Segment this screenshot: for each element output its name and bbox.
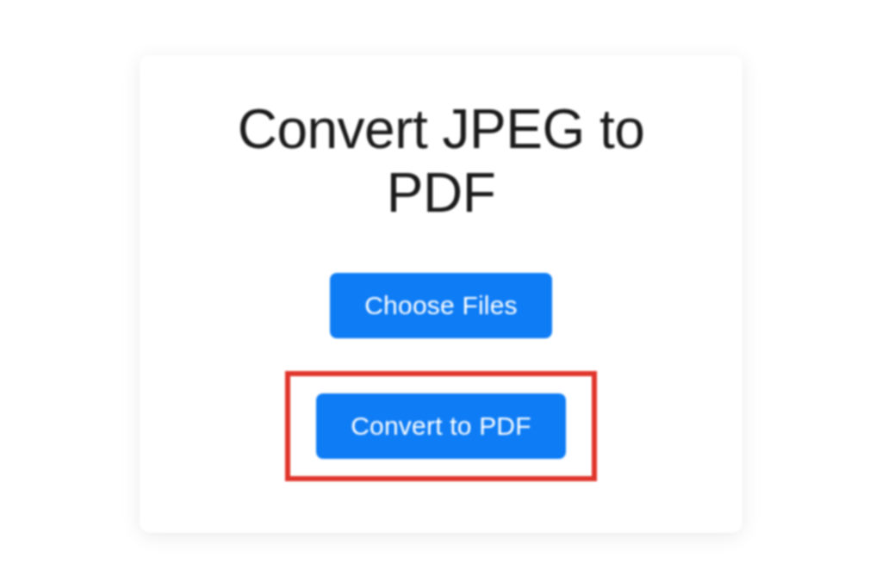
choose-files-button[interactable]: Choose Files [330,273,551,338]
highlight-annotation: Convert to PDF [285,371,597,481]
page-title: Convert JPEG to PDF [191,98,691,225]
converter-card: Convert JPEG to PDF Choose Files Convert… [140,55,742,532]
convert-to-pdf-button[interactable]: Convert to PDF [316,393,566,459]
